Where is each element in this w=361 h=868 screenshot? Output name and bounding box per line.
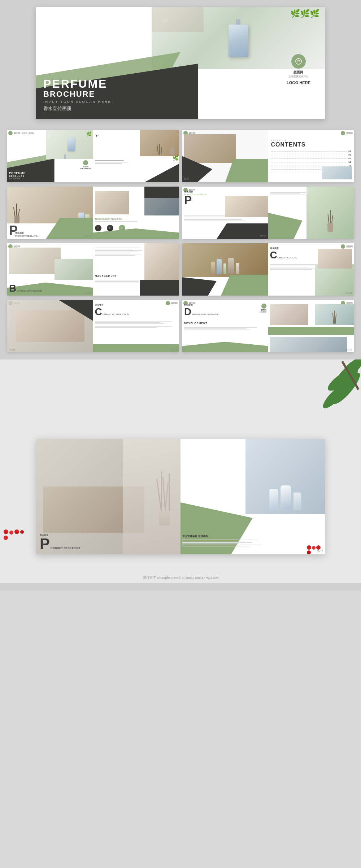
s3-stats: 1 → 2 → 3 bbox=[95, 225, 142, 231]
bottom-left-page: 香水画册 P RODUCT RESEARCH bbox=[36, 439, 180, 554]
spread1-logo-right: 摄图网 LOGO HERE bbox=[80, 160, 91, 170]
svg-point-0 bbox=[296, 58, 301, 64]
s3-textlines: TECHNOLOGY REALISTIC 1 → 2 → 3 bbox=[95, 218, 142, 231]
logo-here: LOGO HERE bbox=[287, 80, 310, 85]
spread-company-intro: 摄图网 01/02 摄图网 bbox=[7, 300, 179, 352]
quote-mark: " bbox=[96, 134, 99, 142]
s5-textlines2 bbox=[95, 280, 147, 284]
contents-item-1: 02 bbox=[271, 150, 351, 152]
spread7-right: 摄图网 企业简介 C OMPANY INTRODUCTION bbox=[93, 300, 179, 352]
s8-pagenum: 11/16 bbox=[345, 348, 352, 351]
spread2-right: 摄图网 TABLE OF CONTENTS 02 05 bbox=[268, 130, 354, 182]
spread5-right: 摄图网 MANAGEMENT bbox=[93, 243, 179, 296]
s7-pagenum: 01/02 bbox=[170, 348, 177, 351]
s8-photo2 bbox=[315, 304, 354, 325]
logo-icon bbox=[295, 58, 302, 65]
s5-photo-right bbox=[144, 243, 179, 280]
s6-logo-right: 摄图网 bbox=[341, 244, 353, 249]
branch-svg bbox=[292, 359, 361, 428]
s8-green-mid bbox=[268, 327, 354, 335]
fabric-texture bbox=[123, 439, 180, 554]
spread1-bottles: 🌿 ✿ bbox=[46, 130, 93, 159]
spread-product1: 摄图网 bbox=[7, 187, 179, 239]
spread3-left: 摄图网 bbox=[7, 187, 93, 239]
spread-row-4: 摄图网 01/02 摄图网 bbox=[7, 300, 354, 352]
s4-photo-full bbox=[306, 187, 354, 239]
spread2-pagenum: 目录 bbox=[184, 177, 189, 181]
s5-textlines bbox=[95, 248, 142, 257]
xmas-branch bbox=[292, 359, 361, 429]
s4-pagenum: 09/10 bbox=[260, 235, 266, 237]
perfume-bottle-cover bbox=[229, 19, 248, 57]
s8-dev-label: DEVELOPMENT bbox=[184, 322, 207, 324]
s6-pagenum: 07/08 bbox=[345, 292, 352, 294]
spread-row-3: 摄图网 香水画册 B USINESS MAN bbox=[7, 243, 354, 296]
s6-photo-right2 bbox=[318, 249, 352, 269]
logo-circle bbox=[291, 54, 306, 69]
diffuser-right bbox=[140, 130, 179, 156]
s3-photo-right1 bbox=[95, 191, 129, 214]
berries-right bbox=[307, 545, 325, 554]
s7-textlines bbox=[95, 321, 172, 328]
s3-pagenum: 09/10 bbox=[85, 235, 91, 237]
cover-title-line2: BROCHURE bbox=[43, 90, 112, 99]
bottom-section-text: 香水画册 P RODUCT RESEARCH bbox=[40, 534, 80, 551]
flower-small: ✿ bbox=[47, 134, 50, 138]
page-wrapper: 🌿🌿🌿 ✿ PERFUME BROCHURE INPUT YOUR SLOGAN… bbox=[0, 0, 361, 590]
cover-title-line1: PERFUME bbox=[43, 78, 112, 90]
spread-row-1: 摄图网 LOGO HERE 🌿 ✿ bbox=[7, 130, 354, 182]
s6-photo1 bbox=[182, 243, 268, 277]
s4-textblock bbox=[270, 192, 306, 196]
berries-left bbox=[4, 529, 25, 540]
contents-item-3: 08 bbox=[271, 157, 351, 160]
s7-pagenum-l: 01/02 bbox=[9, 348, 16, 351]
watermark: 图行天下 photophoto.cn © 2018062108347752140… bbox=[143, 576, 218, 580]
bottom-right-page: 摄图网 香水宣传画册 最佳模板 bbox=[180, 439, 325, 554]
s6-textlines bbox=[270, 264, 322, 272]
contents-photo-small bbox=[322, 166, 352, 179]
s6-dark bbox=[182, 277, 225, 296]
logo-subtext: 正版图像购买平台 bbox=[287, 75, 310, 78]
s4-section: 香水画册 RODUCT RESEARCH P bbox=[184, 190, 206, 205]
spread4-right: 摄图网 bbox=[268, 187, 354, 239]
s4-photo bbox=[225, 196, 268, 217]
s6-photo-right bbox=[315, 264, 354, 296]
spread-row-2: 摄图网 bbox=[7, 187, 354, 239]
spread1-photo: 🌿 ✿ bbox=[46, 130, 93, 159]
s8-diffuser bbox=[315, 304, 354, 325]
spread6-left: 摄图网 bbox=[182, 243, 268, 296]
s3-photo1 bbox=[7, 187, 93, 223]
leaf-deco: 🌿 bbox=[173, 155, 179, 161]
s6-bottles bbox=[182, 243, 268, 277]
s6-green bbox=[221, 275, 268, 296]
spread7-left: 摄图网 01/02 bbox=[7, 300, 93, 352]
spread1-left: 摄图网 LOGO HERE 🌿 ✿ bbox=[7, 130, 93, 182]
spread3-right: 摄图网 TECHNOLOGY REALISTIC bbox=[93, 187, 179, 239]
cover-logo-block: 摄图网 正版图像购买平台 LOGO HERE bbox=[287, 54, 310, 85]
spread-culture: 摄图网 bbox=[182, 243, 354, 296]
s8-photo1 bbox=[270, 304, 309, 325]
s4-green bbox=[268, 213, 311, 239]
s4-diffuser bbox=[329, 210, 332, 232]
spread8-right: 摄图网 bbox=[268, 300, 354, 352]
spread2-photo1 bbox=[184, 134, 236, 163]
fern-small: 🌿 bbox=[86, 131, 92, 136]
s8-textlines bbox=[184, 327, 257, 332]
spread1-text: PERFUME BROCHURE 香水宣传画册 bbox=[9, 172, 26, 179]
fern-icon: 🌿🌿🌿 bbox=[290, 9, 319, 18]
cover-subtitle: INPUT YOUR SLOGAN HERE bbox=[43, 100, 112, 104]
s5-pagenum: 01/12 bbox=[85, 292, 91, 294]
s8-section: 行业发展 D VELOPMENT OF THE INDUSTRY bbox=[184, 304, 219, 317]
bottom-spread: 香水画册 P RODUCT RESEARCH 摄图网 bbox=[36, 439, 325, 554]
cover-text-block: PERFUME BROCHURE INPUT YOUR SLOGAN HERE … bbox=[43, 78, 112, 112]
spread1-right: 摄图网 " bbox=[93, 130, 179, 182]
spread8-left: 摄图网 行业发展 D VELOPMENT OF THE INDUSTRY DEV… bbox=[182, 300, 268, 352]
s5-photo1 bbox=[9, 248, 61, 274]
cover-chinese: 香水宣传画册 bbox=[43, 105, 112, 112]
spread-business: 摄图网 香水画册 B USINESS MAN bbox=[7, 243, 179, 296]
spread4-left: 摄图网 香水画册 RODUCT RESEARCH P bbox=[182, 187, 268, 239]
spreads-container: 摄图网 LOGO HERE 🌿 ✿ bbox=[7, 130, 354, 352]
contents-item-4: 11 bbox=[271, 161, 351, 163]
s8-logo-block: 摄图网 正版图像 bbox=[259, 304, 266, 313]
crystal-bottles bbox=[269, 485, 301, 510]
